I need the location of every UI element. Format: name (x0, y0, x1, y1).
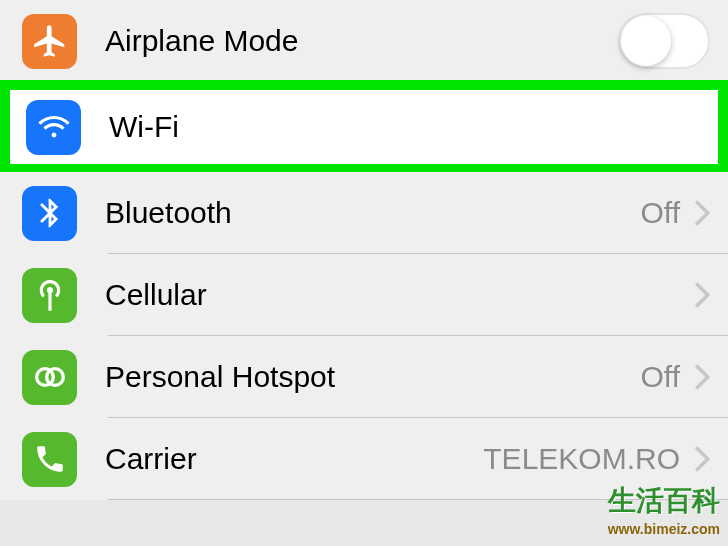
watermark-url: www.bimeiz.com (608, 520, 720, 538)
row-wifi[interactable]: Wi-Fi (0, 80, 728, 174)
cellular-icon (22, 268, 77, 323)
bluetooth-value: Off (641, 196, 680, 230)
wifi-icon (26, 100, 81, 155)
hotspot-label: Personal Hotspot (105, 360, 641, 394)
row-airplane-mode[interactable]: Airplane Mode (0, 0, 728, 82)
chevron-icon (694, 282, 710, 308)
row-hotspot[interactable]: Personal Hotspot Off (0, 336, 728, 418)
row-cellular[interactable]: Cellular (0, 254, 728, 336)
carrier-label: Carrier (105, 442, 483, 476)
hotspot-value: Off (641, 360, 680, 394)
watermark: 生活百科 www.bimeiz.com (608, 483, 720, 538)
chevron-icon (694, 364, 710, 390)
settings-list: Airplane Mode Wi-Fi Bluetooth Off (0, 0, 728, 500)
chevron-icon (694, 446, 710, 472)
airplane-icon (22, 14, 77, 69)
chevron-icon (694, 200, 710, 226)
watermark-title: 生活百科 (608, 483, 720, 519)
cellular-label: Cellular (105, 278, 690, 312)
bluetooth-icon (22, 186, 77, 241)
carrier-value: TELEKOM.RO (483, 442, 680, 476)
bluetooth-label: Bluetooth (105, 196, 641, 230)
row-bluetooth[interactable]: Bluetooth Off (0, 172, 728, 254)
phone-icon (22, 432, 77, 487)
hotspot-icon (22, 350, 77, 405)
toggle-knob (621, 16, 671, 66)
airplane-toggle[interactable] (618, 13, 710, 69)
wifi-label: Wi-Fi (109, 110, 704, 144)
airplane-label: Airplane Mode (105, 24, 618, 58)
